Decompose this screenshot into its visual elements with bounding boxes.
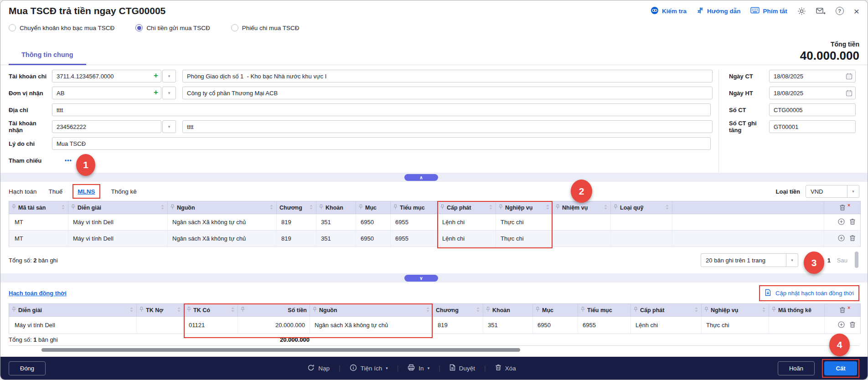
- pin-icon: [536, 307, 540, 313]
- doc-date-input[interactable]: [769, 70, 856, 82]
- close-icon[interactable]: ×: [854, 6, 859, 16]
- postpone-button[interactable]: Hoãn: [778, 361, 815, 375]
- calendar-icon[interactable]: [846, 90, 852, 98]
- shortcut-link[interactable]: Phím tắt: [750, 7, 787, 15]
- radio-chi-tien-gui[interactable]: Chi tiền gửi mua TSCĐ: [135, 24, 210, 31]
- receiver-input[interactable]: [52, 87, 161, 99]
- approve-button[interactable]: Duyệt: [450, 364, 475, 372]
- help-icon[interactable]: ?: [836, 7, 844, 15]
- check-link[interactable]: Kiểm tra: [651, 6, 687, 16]
- delete-row-icon[interactable]: [849, 218, 856, 226]
- radio-chuyen-khoan-kho-bac[interactable]: Chuyển khoản kho bạc mua TSCĐ: [9, 24, 114, 31]
- receiver-name-input[interactable]: [182, 87, 713, 99]
- utilities-button[interactable]: Tiện ích ▾: [350, 364, 388, 373]
- inc-no-field: [769, 120, 856, 133]
- table-row[interactable]: MT Máy vi tính Dell Ngân sách Xã không t…: [9, 214, 861, 231]
- page-size-select[interactable]: 20 bản ghi trên 1 trang ▾: [701, 253, 798, 267]
- delete-button[interactable]: Xóa: [495, 364, 516, 372]
- mlns-table: Mã tài sản Diễn giải Nguồn Chương Khoản …: [9, 201, 861, 247]
- update-simul-button[interactable]: Cập nhật hạch toán đồng thời: [765, 289, 854, 298]
- sort-icon[interactable]: [546, 205, 550, 211]
- gear-icon[interactable]: [797, 7, 806, 15]
- vertical-scrollbar[interactable]: [855, 252, 858, 268]
- signpost-icon: [697, 7, 704, 15]
- keyboard-icon: [750, 7, 760, 15]
- print-button[interactable]: In ▾: [408, 364, 429, 372]
- detail-tabs: Hạch toán Thuế MLNS Thống kê Loại tiền V…: [0, 182, 868, 201]
- sort-icon[interactable]: [426, 307, 430, 313]
- guide-link[interactable]: Hướng dẫn: [697, 7, 740, 15]
- annotation-box-mlns: MLNS: [72, 184, 100, 199]
- simul-table: Diễn giải TK Nợ TK Có Số tiền Nguồn Chươ…: [9, 303, 861, 334]
- reload-button[interactable]: Nạp: [307, 364, 330, 373]
- receiver-dropdown[interactable]: ▾: [162, 87, 176, 99]
- account-receive-label: Tài khoản nhận: [9, 120, 52, 134]
- delete-row-icon[interactable]: [849, 235, 856, 243]
- sort-icon[interactable]: [665, 205, 669, 211]
- add-account-button[interactable]: +: [154, 72, 158, 79]
- pin-icon: [581, 307, 585, 313]
- sort-icon[interactable]: [269, 205, 274, 211]
- sort-icon[interactable]: [231, 307, 235, 313]
- pin-icon: [704, 307, 708, 313]
- calendar-icon[interactable]: [846, 73, 852, 82]
- post-date-input[interactable]: [769, 87, 856, 99]
- sort-icon[interactable]: [61, 205, 65, 211]
- delete-row-icon[interactable]: [849, 321, 856, 329]
- sort-icon[interactable]: [129, 307, 134, 313]
- tab-thong-ke[interactable]: Thống kê: [111, 188, 137, 195]
- pin-icon: [614, 204, 618, 211]
- account-receive-name-input[interactable]: [182, 120, 713, 133]
- add-row-icon[interactable]: [838, 235, 845, 243]
- pagination: 20 bản ghi trên 1 trang ▾ Trước 1 Sau: [701, 253, 847, 267]
- send-mail-icon[interactable]: [816, 7, 826, 15]
- reference-label: Tham chiếu: [9, 157, 52, 164]
- table-row[interactable]: Máy vi tính Dell 01121 20.000.000 Ngân s…: [9, 317, 861, 334]
- delete-all-icon[interactable]: ×: [827, 204, 858, 211]
- account-pay-dropdown[interactable]: ▾: [162, 70, 176, 82]
- currency-select[interactable]: VND ▾: [806, 185, 859, 198]
- radio-phieu-chi[interactable]: Phiếu chi mua TSCĐ: [231, 24, 300, 31]
- add-row-icon[interactable]: [838, 218, 845, 226]
- close-button[interactable]: Đóng: [9, 361, 46, 375]
- doc-no-input[interactable]: [769, 103, 856, 116]
- account-pay-name-input[interactable]: [182, 70, 713, 82]
- sort-icon[interactable]: [604, 205, 608, 211]
- receiver-label: Đơn vị nhận: [9, 90, 52, 97]
- account-receive-input[interactable]: [52, 120, 161, 133]
- delete-all-icon[interactable]: ×: [827, 307, 858, 313]
- save-button[interactable]: Cất: [824, 361, 857, 375]
- tab-thong-tin-chung[interactable]: Thông tin chung: [9, 51, 86, 65]
- sort-icon[interactable]: [762, 307, 766, 313]
- reference-more-button[interactable]: •••: [65, 157, 72, 164]
- annotation-circle-2: 2: [571, 180, 592, 203]
- account-receive-dropdown[interactable]: ▾: [162, 120, 176, 133]
- sort-icon[interactable]: [177, 307, 181, 313]
- sort-icon[interactable]: [489, 205, 493, 211]
- simul-section-header: Hạch toán đồng thời Cập nhật hạch toán đ…: [0, 282, 868, 303]
- sort-icon[interactable]: [309, 205, 313, 211]
- inc-no-input[interactable]: [769, 120, 856, 133]
- sort-icon[interactable]: [694, 307, 698, 313]
- add-row-icon[interactable]: [838, 321, 845, 329]
- next-page-button[interactable]: Sau: [837, 257, 847, 264]
- reason-input[interactable]: [52, 137, 711, 150]
- account-pay-input[interactable]: [52, 70, 161, 82]
- add-receiver-button[interactable]: +: [154, 88, 158, 96]
- tab-hach-toan[interactable]: Hạch toán: [9, 188, 37, 195]
- collapse-up-button[interactable]: ∧: [404, 174, 438, 181]
- expand-down-button[interactable]: ∨: [404, 275, 438, 282]
- sort-icon[interactable]: [160, 205, 165, 211]
- tab-thue[interactable]: Thuế: [49, 188, 63, 195]
- page-number[interactable]: 1: [827, 257, 831, 264]
- address-input[interactable]: [52, 103, 711, 116]
- table-row[interactable]: MT Máy vi tính Dell Ngân sách Xã không t…: [9, 231, 861, 247]
- sort-icon[interactable]: [476, 307, 480, 313]
- simul-link[interactable]: Hạch toán đồng thời: [9, 290, 67, 297]
- table-header-row: Diễn giải TK Nợ TK Có Số tiền Nguồn Chươ…: [9, 304, 861, 317]
- pin-icon: [140, 307, 144, 313]
- pin-icon: [12, 204, 16, 211]
- simul-total-amount: 20.000.000: [238, 336, 310, 343]
- horizontal-scrollbar[interactable]: [41, 348, 520, 352]
- tab-mlns[interactable]: MLNS: [78, 188, 95, 195]
